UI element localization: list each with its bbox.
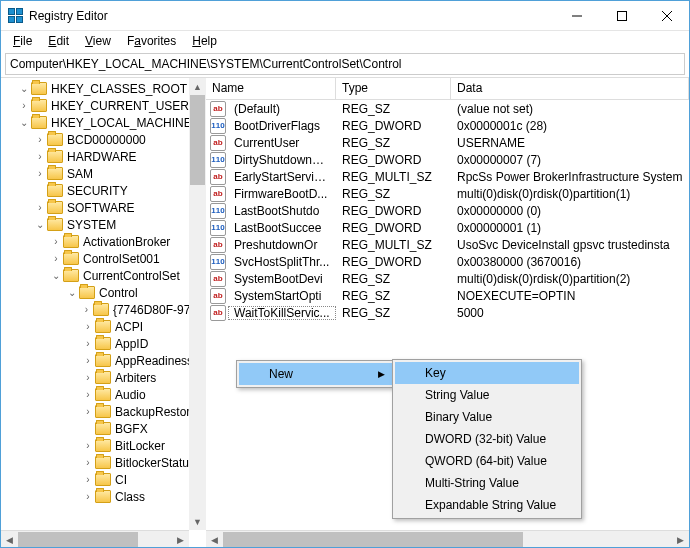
close-button[interactable] <box>644 1 689 30</box>
tree-node[interactable]: ›BackupRestore <box>1 403 205 420</box>
tree-node[interactable]: ›HKEY_CURRENT_USER <box>1 97 205 114</box>
chevron-right-icon[interactable]: › <box>81 388 95 402</box>
scrollbar-thumb[interactable] <box>190 95 205 185</box>
scroll-right-icon[interactable]: ▶ <box>172 531 189 547</box>
tree-node[interactable]: ›Arbiters <box>1 369 205 386</box>
scroll-left-icon[interactable]: ◀ <box>206 531 223 547</box>
context-submenu-item[interactable]: QWORD (64-bit) Value <box>395 450 579 472</box>
context-submenu-item[interactable]: Key <box>395 362 579 384</box>
value-row[interactable]: ab(Default)REG_SZ(value not set) <box>206 100 689 117</box>
value-row[interactable]: abFirmwareBootD...REG_SZmulti(0)disk(0)r… <box>206 185 689 202</box>
value-row[interactable]: abSystemBootDeviREG_SZmulti(0)disk(0)rdi… <box>206 270 689 287</box>
chevron-right-icon[interactable]: › <box>79 303 93 317</box>
tree-node[interactable]: ⌄CurrentControlSet <box>1 267 205 284</box>
tree-node[interactable]: ⌄Control <box>1 284 205 301</box>
value-row[interactable]: 110SvcHostSplitThr...REG_DWORD0x00380000… <box>206 253 689 270</box>
tree-node[interactable]: ›BCD00000000 <box>1 131 205 148</box>
context-menu-new[interactable]: New ▶ <box>239 363 393 385</box>
scroll-right-icon[interactable]: ▶ <box>672 531 689 547</box>
chevron-right-icon[interactable]: › <box>17 99 31 113</box>
registry-tree[interactable]: ⌄HKEY_CLASSES_ROOT›HKEY_CURRENT_USER⌄HKE… <box>1 78 206 505</box>
string-value-icon: ab <box>210 305 226 321</box>
chevron-right-icon[interactable]: › <box>33 150 47 164</box>
minimize-button[interactable] <box>554 1 599 30</box>
tree-node[interactable]: ›HARDWARE <box>1 148 205 165</box>
chevron-right-icon[interactable]: › <box>81 473 95 487</box>
titlebar[interactable]: Registry Editor <box>1 1 689 31</box>
tree-node[interactable]: ›AppID <box>1 335 205 352</box>
folder-icon <box>47 133 63 146</box>
value-name: FirmwareBootD... <box>228 187 336 201</box>
tree-node[interactable]: ›ACPI <box>1 318 205 335</box>
value-row[interactable]: abCurrentUserREG_SZUSERNAME <box>206 134 689 151</box>
value-row[interactable]: 110DirtyShutdownC...REG_DWORD0x00000007 … <box>206 151 689 168</box>
value-row[interactable]: abPreshutdownOrREG_MULTI_SZUsoSvc Device… <box>206 236 689 253</box>
chevron-down-icon[interactable]: ⌄ <box>33 218 47 232</box>
context-submenu-item[interactable]: Multi-String Value <box>395 472 579 494</box>
menu-file[interactable]: File <box>7 33 38 49</box>
chevron-down-icon[interactable]: ⌄ <box>17 82 31 96</box>
chevron-right-icon[interactable]: › <box>81 354 95 368</box>
tree-node[interactable]: ›Class <box>1 488 205 505</box>
column-type[interactable]: Type <box>336 78 451 99</box>
scroll-down-icon[interactable]: ▼ <box>189 513 206 530</box>
chevron-right-icon[interactable]: › <box>33 167 47 181</box>
menu-edit[interactable]: Edit <box>42 33 75 49</box>
value-row[interactable]: 110LastBootSucceeREG_DWORD0x00000001 (1) <box>206 219 689 236</box>
tree-node[interactable]: ›Audio <box>1 386 205 403</box>
tree-node[interactable]: ›BitLocker <box>1 437 205 454</box>
tree-node[interactable]: ›CI <box>1 471 205 488</box>
tree-scrollbar-horizontal[interactable]: ◀ ▶ <box>1 530 189 547</box>
chevron-right-icon[interactable]: › <box>81 320 95 334</box>
menu-view[interactable]: View <box>79 33 117 49</box>
tree-node[interactable]: ›SOFTWARE <box>1 199 205 216</box>
chevron-right-icon[interactable]: › <box>33 133 47 147</box>
value-row[interactable]: 110LastBootShutdoREG_DWORD0x00000000 (0) <box>206 202 689 219</box>
chevron-right-icon[interactable]: › <box>33 201 47 215</box>
tree-node[interactable]: ⌄HKEY_CLASSES_ROOT <box>1 80 205 97</box>
value-row[interactable]: abSystemStartOptiREG_SZ NOEXECUTE=OPTIN <box>206 287 689 304</box>
tree-node[interactable]: ›SAM <box>1 165 205 182</box>
context-submenu-item[interactable]: DWORD (32-bit) Value <box>395 428 579 450</box>
chevron-down-icon[interactable]: ⌄ <box>17 116 31 130</box>
chevron-right-icon[interactable]: › <box>81 405 95 419</box>
menu-help[interactable]: Help <box>186 33 223 49</box>
column-name[interactable]: Name <box>206 78 336 99</box>
list-scrollbar-horizontal[interactable]: ◀ ▶ <box>206 530 689 547</box>
context-submenu-item[interactable]: Expandable String Value <box>395 494 579 516</box>
tree-node[interactable]: ›ActivationBroker <box>1 233 205 250</box>
tree-node[interactable]: ⌄SYSTEM <box>1 216 205 233</box>
tree-node[interactable]: ›{7746D80F-97E0 <box>1 301 205 318</box>
tree-node-label: ActivationBroker <box>83 235 170 249</box>
scrollbar-thumb[interactable] <box>223 532 523 547</box>
context-submenu-item[interactable]: Binary Value <box>395 406 579 428</box>
scroll-up-icon[interactable]: ▲ <box>189 78 206 95</box>
context-submenu-item[interactable]: String Value <box>395 384 579 406</box>
value-row[interactable]: 110BootDriverFlagsREG_DWORD0x0000001c (2… <box>206 117 689 134</box>
chevron-right-icon[interactable]: › <box>49 252 63 266</box>
chevron-right-icon[interactable]: › <box>81 371 95 385</box>
chevron-right-icon[interactable]: › <box>49 235 63 249</box>
chevron-right-icon[interactable]: › <box>81 337 95 351</box>
value-row[interactable]: abWaitToKillServic...REG_SZ5000 <box>206 304 689 321</box>
scrollbar-thumb[interactable] <box>18 532 138 547</box>
chevron-right-icon[interactable]: › <box>81 439 95 453</box>
chevron-right-icon[interactable]: › <box>81 490 95 504</box>
chevron-down-icon[interactable]: ⌄ <box>49 269 63 283</box>
address-bar[interactable]: Computer\HKEY_LOCAL_MACHINE\SYSTEM\Curre… <box>5 53 685 75</box>
tree-node-label: SOFTWARE <box>67 201 135 215</box>
chevron-down-icon[interactable]: ⌄ <box>65 286 79 300</box>
tree-node[interactable]: ›AppReadiness <box>1 352 205 369</box>
maximize-button[interactable] <box>599 1 644 30</box>
menu-favorites[interactable]: Favorites <box>121 33 182 49</box>
tree-node[interactable]: SECURITY <box>1 182 205 199</box>
value-row[interactable]: abEarlyStartServicesREG_MULTI_SZRpcSs Po… <box>206 168 689 185</box>
tree-node[interactable]: ⌄HKEY_LOCAL_MACHINE <box>1 114 205 131</box>
chevron-right-icon[interactable]: › <box>81 456 95 470</box>
tree-node[interactable]: ›ControlSet001 <box>1 250 205 267</box>
tree-scrollbar-vertical[interactable]: ▲ ▼ <box>189 78 206 530</box>
tree-node[interactable]: ›BitlockerStatus <box>1 454 205 471</box>
scroll-left-icon[interactable]: ◀ <box>1 531 18 547</box>
tree-node[interactable]: BGFX <box>1 420 205 437</box>
column-data[interactable]: Data <box>451 78 689 99</box>
